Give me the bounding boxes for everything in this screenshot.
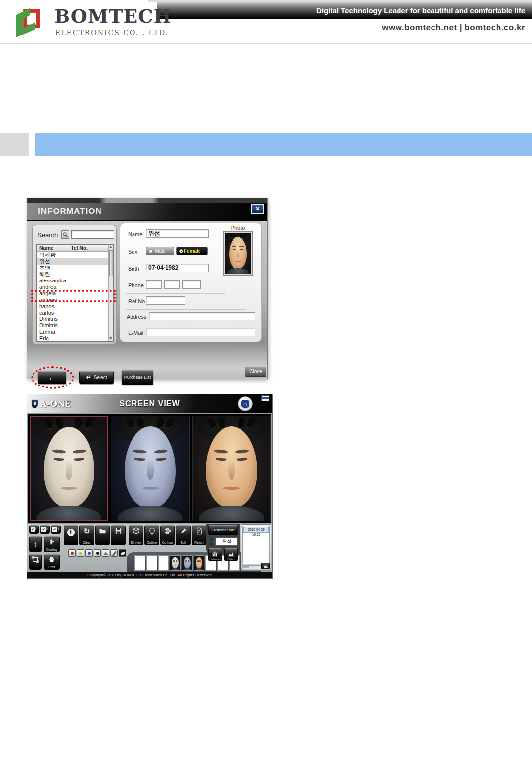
- phone-field-1[interactable]: [146, 280, 162, 289]
- customer-name-field[interactable]: 위섭: [215, 537, 238, 546]
- email-label: E-Mail: [128, 330, 143, 336]
- customer-list-row[interactable]: andrea: [37, 284, 108, 290]
- view-3-toggle[interactable]: ✓ 3: [51, 525, 61, 534]
- scroll-down-icon[interactable]: [109, 337, 112, 340]
- email-field[interactable]: [146, 328, 255, 336]
- close-button[interactable]: Close: [245, 367, 266, 377]
- scrollbar-thumb[interactable]: [109, 250, 113, 276]
- divider: [126, 293, 225, 294]
- thumbnail-slot-1[interactable]: [134, 555, 145, 571]
- print-button[interactable]: Print: [44, 554, 60, 570]
- male-radio-button[interactable]: Male: [146, 247, 174, 255]
- customer-list-row[interactable]: 박세황: [37, 252, 108, 258]
- edit-button[interactable]: Edit: [176, 525, 191, 545]
- history-panel: 2010-04-29 19:35: [241, 524, 271, 571]
- face-photo: [182, 556, 192, 570]
- history-scroll-thumb[interactable]: [243, 566, 249, 568]
- section-banner: [35, 133, 532, 156]
- refno-field[interactable]: [146, 296, 185, 305]
- fullscreen-button[interactable]: [29, 554, 42, 570]
- outline-button[interactable]: Outline: [144, 525, 159, 545]
- customer-list-row[interactable]: alessandra: [37, 278, 108, 284]
- customer-info-button[interactable]: Customer Info: [208, 525, 238, 535]
- history-button[interactable]: History: [224, 548, 238, 561]
- marker-yellow-button[interactable]: [77, 549, 84, 557]
- report-button[interactable]: Report: [192, 525, 206, 545]
- pen-tool-button[interactable]: [110, 549, 118, 557]
- dialog-title: INFORMATION: [27, 203, 267, 220]
- customer-list-row[interactable]: Eric: [37, 335, 108, 341]
- face-photo: [111, 416, 189, 521]
- birth-field[interactable]: 07-04-1982: [146, 264, 209, 272]
- marker-blue-button[interactable]: [85, 549, 93, 557]
- contour-button[interactable]: Contour: [160, 525, 175, 545]
- info-button[interactable]: i: [64, 525, 78, 545]
- chin-rest: [171, 568, 180, 570]
- 3d-view-button[interactable]: 3D view: [129, 525, 143, 545]
- scroll-up-icon[interactable]: [109, 246, 112, 248]
- split-compare-button[interactable]: ↕: [29, 536, 42, 552]
- purchase-list-button[interactable]: Purchase List: [122, 370, 153, 385]
- customer-info-label: Customer Info: [211, 528, 234, 532]
- customer-list-row[interactable]: Dimitris: [37, 322, 108, 329]
- close-icon[interactable]: ×: [251, 204, 264, 214]
- marker-black-button[interactable]: [94, 549, 101, 557]
- screenview-titlebar: A-ONE SCREEN VIEW ⌂: [27, 394, 272, 413]
- image-tool-button[interactable]: [102, 549, 109, 557]
- thumbnail-face-uv[interactable]: [182, 555, 193, 571]
- open-folder-button[interactable]: [95, 525, 110, 545]
- contour-label: Contour: [161, 541, 174, 544]
- floppy-icon: [111, 527, 125, 537]
- male-label: Male: [155, 248, 166, 254]
- marker-red-button[interactable]: [68, 549, 76, 557]
- refno-label: Ref.No: [128, 298, 145, 304]
- view-2-toggle[interactable]: ✓ 2: [40, 525, 50, 534]
- back-button[interactable]: ←: [38, 371, 66, 384]
- search-icon[interactable]: [61, 230, 69, 239]
- customer-list-row[interactable]: 조앤: [37, 265, 108, 271]
- brand-name: BOMTECH: [54, 5, 171, 27]
- customer-list-row[interactable]: 혜란: [37, 271, 108, 278]
- name-field[interactable]: 위섭: [146, 229, 209, 238]
- chin-rest: [199, 506, 265, 521]
- face-panel-uv[interactable]: [111, 416, 190, 521]
- save-button[interactable]: [111, 525, 126, 545]
- customer-list-row[interactable]: Dimitris: [37, 316, 108, 322]
- thumbnail-slot-3[interactable]: [158, 555, 169, 571]
- female-radio-button[interactable]: Female: [176, 247, 208, 255]
- red-dot-icon: [71, 552, 74, 555]
- history-scrollbar[interactable]: [242, 565, 261, 569]
- thumbnail-face-normal[interactable]: [170, 555, 181, 571]
- column-name[interactable]: Name: [37, 245, 68, 251]
- search-input[interactable]: [71, 230, 114, 239]
- customer-list-row[interactable]: antonio: [37, 297, 108, 303]
- thumbnail-face-color[interactable]: [194, 555, 204, 571]
- customer-list-row[interactable]: angela: [37, 290, 108, 297]
- minimize-icon[interactable]: [261, 395, 269, 401]
- divider: [126, 325, 246, 325]
- column-tel[interactable]: Tel No.: [68, 245, 108, 251]
- edit-label: Edit: [176, 541, 190, 544]
- history-date-entry[interactable]: 2010-04-29 19:35: [243, 527, 269, 533]
- select-button[interactable]: ↵Select: [79, 371, 114, 384]
- view-1-toggle[interactable]: ✓ 1: [29, 525, 39, 534]
- eraser-button[interactable]: [119, 549, 126, 557]
- list-scrollbar[interactable]: [108, 245, 113, 341]
- history-mini-button[interactable]: [261, 563, 270, 569]
- face-panel-normal[interactable]: [30, 416, 108, 521]
- customer-list-panel: Search Name Tel No. 박세황위섭조앤혜란alessandraa…: [32, 225, 117, 344]
- histogram-button[interactable]: Histogram: [208, 548, 222, 561]
- clear-label: Clear: [80, 541, 94, 544]
- overlay-button[interactable]: Overlay: [44, 536, 60, 552]
- customer-list-row[interactable]: carlos: [37, 310, 108, 316]
- address-field[interactable]: [149, 312, 255, 320]
- customer-list-row[interactable]: Emma: [37, 329, 108, 335]
- customer-list-row[interactable]: 위섭: [37, 258, 108, 265]
- face-panel-color[interactable]: [192, 416, 271, 521]
- home-button[interactable]: ⌂: [238, 396, 253, 411]
- phone-field-3[interactable]: [182, 280, 201, 289]
- customer-list-row[interactable]: banos: [37, 303, 108, 310]
- thumbnail-slot-2[interactable]: [146, 555, 157, 571]
- phone-field-2[interactable]: [164, 280, 180, 289]
- clear-button[interactable]: ↻ Clear: [79, 525, 94, 545]
